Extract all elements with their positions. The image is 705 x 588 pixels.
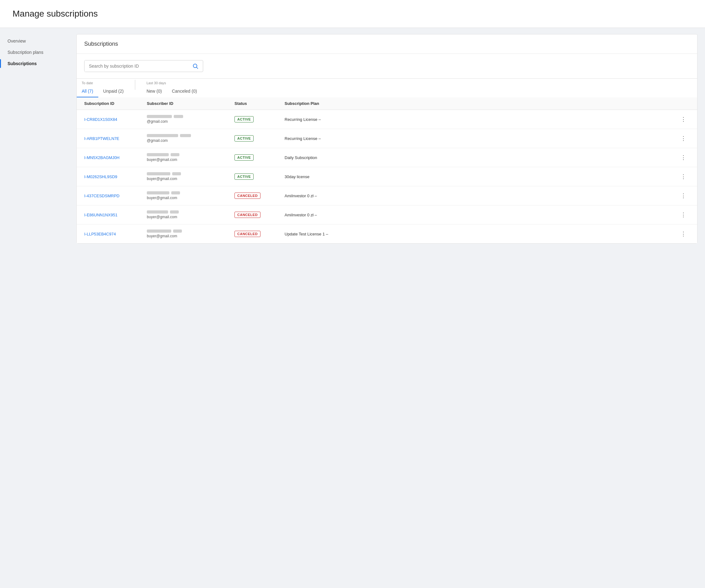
subscriber-email: buyer@gmail.com: [147, 215, 234, 219]
table-row: I-ARB1PTWELN7E @gmail.com ACTIVE Recurri…: [77, 129, 697, 148]
status-badge: ACTIVE: [234, 174, 253, 180]
plan-name: 30day license: [285, 174, 677, 179]
svg-point-0: [193, 64, 197, 67]
more-options-button[interactable]: ⋮: [677, 230, 690, 238]
status-badge: CANCELED: [234, 212, 261, 218]
table-row: I-E86UNN1NX951 buyer@gmail.com CANCELED …: [77, 206, 697, 225]
tab-canceled[interactable]: Canceled (0): [167, 86, 202, 97]
search-section: [77, 54, 697, 79]
redacted-name-part2: [172, 172, 181, 175]
table-row: I-CR8D1X1S0X84 @gmail.com ACTIVE Recurri…: [77, 110, 697, 129]
subscriber-email: buyer@gmail.com: [147, 177, 234, 181]
search-button[interactable]: [188, 60, 203, 72]
subscriber-cell: buyer@gmail.com: [147, 153, 234, 162]
table-row: I-M0262SHL9SD9 buyer@gmail.com ACTIVE 30…: [77, 167, 697, 186]
status-badge: ACTIVE: [234, 154, 253, 161]
tab-group-todate: All (7) Unpaid (2): [77, 86, 129, 97]
status-cell: ACTIVE: [234, 154, 285, 161]
more-options-button[interactable]: ⋮: [677, 211, 690, 219]
plan-name: Daily Subscription: [285, 155, 677, 160]
status-badge: ACTIVE: [234, 135, 253, 141]
table-rows-container: I-CR8D1X1S0X84 @gmail.com ACTIVE Recurri…: [77, 110, 697, 243]
tab-new[interactable]: New (0): [141, 86, 167, 97]
plan-name: Update Test License 1 –: [285, 232, 677, 236]
table: Subscription ID Subscriber ID Status Sub…: [77, 97, 697, 243]
sidebar: Overview Subscription plans Subscription…: [0, 28, 69, 588]
subscriber-cell: buyer@gmail.com: [147, 211, 234, 219]
status-cell: CANCELED: [234, 212, 285, 218]
status-badge: CANCELED: [234, 231, 261, 237]
col-header-subscriber-id: Subscriber ID: [147, 101, 234, 106]
subscriber-email: @gmail.com: [147, 119, 234, 124]
col-header-status: Status: [234, 101, 285, 106]
subscriber-cell: @gmail.com: [147, 115, 234, 124]
main-content: Subscriptions To date: [69, 28, 705, 588]
table-row: I-LLP53EB4C974 buyer@gmail.com CANCELED …: [77, 225, 697, 243]
search-icon: [192, 63, 198, 69]
subscription-id-link[interactable]: I-MN5X2BAGMJ0H: [84, 155, 147, 160]
redacted-name-part1: [147, 191, 169, 194]
plan-name: AmiInvestor 0 zł –: [285, 193, 677, 198]
subscriber-email: buyer@gmail.com: [147, 234, 234, 238]
subscription-id-link[interactable]: I-E86UNN1NX951: [84, 213, 147, 217]
page-title: Manage subscriptions: [12, 9, 693, 19]
search-box: [84, 60, 203, 72]
tab-unpaid[interactable]: Unpaid (2): [98, 86, 129, 97]
more-options-button[interactable]: ⋮: [677, 134, 690, 142]
subscription-id-link[interactable]: I-M0262SHL9SD9: [84, 174, 147, 179]
more-options-button[interactable]: ⋮: [677, 153, 690, 162]
redacted-name-part2: [170, 211, 179, 214]
subscription-id-link[interactable]: I-LLP53EB4C974: [84, 232, 147, 236]
table-header: Subscription ID Subscriber ID Status Sub…: [77, 97, 697, 110]
sidebar-item-subscription-plans[interactable]: Subscription plans: [0, 47, 69, 58]
tab-divider: [135, 80, 135, 90]
redacted-name-part1: [147, 115, 172, 118]
redacted-name-part1: [147, 229, 171, 233]
subscription-id-link[interactable]: I-ARB1PTWELN7E: [84, 136, 147, 141]
plan-name: AmiInvestor 0 zł –: [285, 213, 677, 217]
redacted-name-part2: [173, 229, 182, 233]
status-cell: ACTIVE: [234, 174, 285, 180]
more-options-button[interactable]: ⋮: [677, 115, 690, 123]
redacted-name-part1: [147, 172, 170, 175]
table-row: I-MN5X2BAGMJ0H buyer@gmail.com ACTIVE Da…: [77, 148, 697, 167]
redacted-name-part1: [147, 134, 178, 137]
table-row: I-437CESDSMRPD buyer@gmail.com CANCELED …: [77, 186, 697, 206]
subscriber-cell: buyer@gmail.com: [147, 191, 234, 200]
redacted-name-part2: [171, 191, 180, 194]
subscription-id-link[interactable]: I-CR8D1X1S0X84: [84, 117, 147, 122]
subscriber-email: buyer@gmail.com: [147, 196, 234, 200]
subscriber-cell: buyer@gmail.com: [147, 172, 234, 181]
search-input[interactable]: [85, 60, 188, 72]
subscriber-cell: @gmail.com: [147, 134, 234, 143]
svg-line-1: [197, 67, 198, 69]
tab-all[interactable]: All (7): [77, 86, 98, 97]
status-badge: CANCELED: [234, 192, 261, 199]
status-cell: ACTIVE: [234, 116, 285, 123]
card-header: Subscriptions: [77, 35, 697, 54]
status-cell: CANCELED: [234, 192, 285, 199]
col-header-actions: [677, 101, 690, 106]
sidebar-item-subscriptions[interactable]: Subscriptions: [0, 58, 69, 69]
status-cell: CANCELED: [234, 231, 285, 237]
redacted-name-part2: [171, 153, 179, 156]
subscriptions-card: Subscriptions To date: [77, 34, 698, 243]
tab-group-last30: New (0) Canceled (0): [141, 86, 202, 97]
redacted-name-part1: [147, 153, 169, 156]
subscription-id-link[interactable]: I-437CESDSMRPD: [84, 193, 147, 198]
col-header-sub-id: Subscription ID: [84, 101, 147, 106]
col-header-plan: Subscription Plan: [285, 101, 677, 106]
sidebar-item-overview[interactable]: Overview: [0, 35, 69, 47]
redacted-name-part1: [147, 211, 168, 214]
more-options-button[interactable]: ⋮: [677, 192, 690, 200]
subscriber-cell: buyer@gmail.com: [147, 229, 234, 238]
status-cell: ACTIVE: [234, 135, 285, 141]
plan-name: Recurring License –: [285, 136, 677, 141]
subscriber-email: @gmail.com: [147, 138, 234, 143]
tabs-section: To date All (7) Unpaid (2) Last 30 da: [77, 79, 697, 97]
plan-name: Recurring License –: [285, 117, 677, 122]
tab-group-label-todate: To date: [77, 79, 129, 86]
tab-group-label-last30: Last 30 days: [141, 79, 202, 86]
more-options-button[interactable]: ⋮: [677, 173, 690, 181]
status-badge: ACTIVE: [234, 116, 253, 123]
